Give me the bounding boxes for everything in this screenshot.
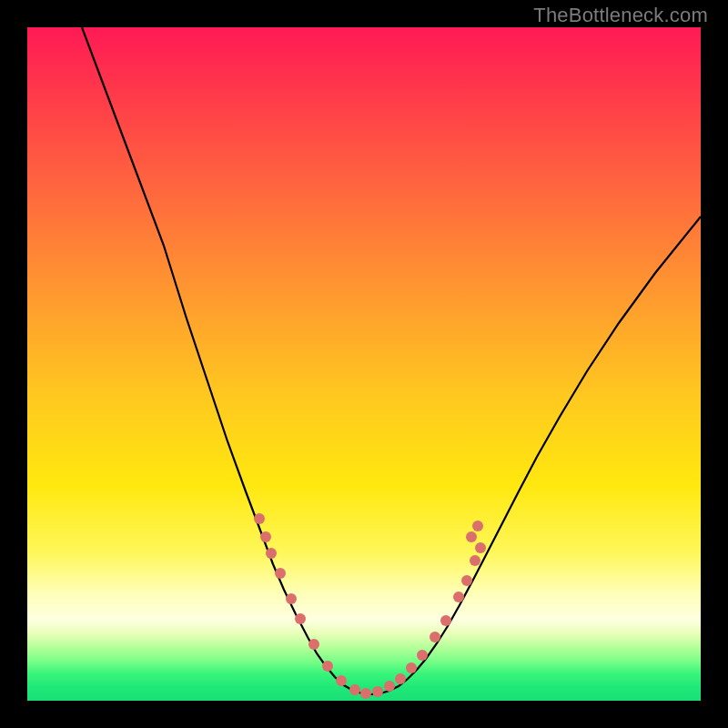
curve-marker [417,650,428,661]
curve-marker [295,613,306,624]
watermark-text: TheBottleneck.com [533,4,708,27]
curve-marker [266,548,277,559]
curve-marker [336,675,347,686]
curve-marker [395,673,406,684]
curve-marker [308,639,319,650]
chart-frame: TheBottleneck.com [0,0,728,728]
curve-marker [440,615,451,626]
curve-marker [461,575,472,586]
chart-svg [27,27,701,701]
curve-marker [286,593,297,604]
curve-marker [322,661,333,672]
curve-marker [406,662,417,673]
curve-marker [360,688,371,699]
curve-marker [430,632,440,642]
curve-marker [260,531,271,542]
curve-marker [254,513,265,524]
curve-marker [475,542,486,553]
curve-marker [453,592,464,602]
curve-marker [349,684,360,695]
curve-markers [254,513,486,699]
curve-marker [472,521,483,531]
curve-marker [372,686,383,697]
curve-marker [275,568,286,579]
bottleneck-curve [82,27,701,694]
curve-marker [384,681,395,692]
curve-marker [466,531,477,542]
curve-marker [470,555,480,566]
